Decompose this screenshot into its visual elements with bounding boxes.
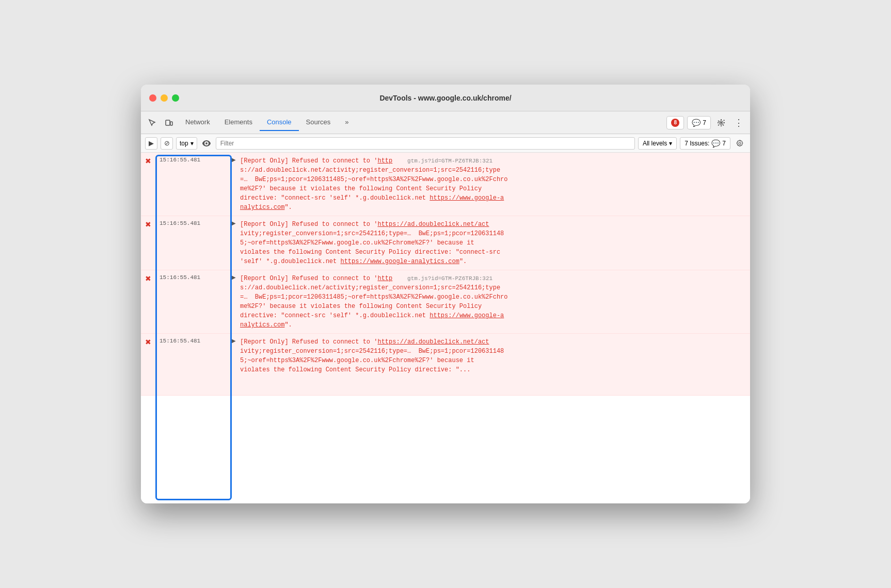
url-link-4a[interactable]: https://ad.doubleclick.net/act: [377, 338, 489, 346]
play-icon: ▶: [149, 139, 154, 147]
tab-elements[interactable]: Elements: [217, 114, 260, 131]
issues-button[interactable]: 7 Issues: 💬 7: [680, 137, 730, 150]
console-entry-2: ✖ 15:16:55.481 ▶ [Report Only] Refused t…: [141, 216, 750, 270]
context-selector[interactable]: top ▾: [176, 137, 197, 150]
timestamp-3: 15:16:55.481: [155, 272, 232, 283]
device-toggle-button[interactable]: [162, 116, 176, 130]
titlebar: DevTools - www.google.co.uk/chrome/: [141, 85, 750, 111]
url-link-3a[interactable]: http: [377, 275, 392, 282]
url-link-3c[interactable]: nalytics.com: [240, 321, 284, 329]
expand-arrow-2[interactable]: ▶: [232, 220, 236, 226]
source-ref-3: gtm.js?id=GTM-PZ6TRJB:321: [407, 275, 492, 282]
error-icon-col-2: ✖: [141, 218, 155, 228]
devtools-window: DevTools - www.google.co.uk/chrome/ Netw…: [141, 85, 750, 503]
console-settings-button[interactable]: [734, 137, 746, 150]
timestamp-1: 15:16:55.481: [155, 155, 232, 165]
tab-sources[interactable]: Sources: [299, 114, 338, 131]
tab-list: Network Elements Console Sources »: [178, 114, 664, 131]
error-icon-col-3: ✖: [141, 272, 155, 283]
filter-input[interactable]: [216, 137, 635, 150]
info-count: 7: [703, 119, 706, 126]
toolbar-right: 8 💬 7 ⋮: [666, 116, 746, 130]
timestamp-2: 15:16:55.481: [155, 218, 232, 228]
error-icon-col-1: ✖: [141, 155, 155, 165]
url-link-1c[interactable]: nalytics.com: [240, 204, 284, 211]
message-4: [Report Only] Refused to connect to 'htt…: [240, 336, 750, 376]
maximize-button[interactable]: [172, 94, 179, 102]
info-badge-button[interactable]: 💬 7: [687, 116, 711, 129]
tab-network[interactable]: Network: [178, 114, 217, 131]
expand-col-1: ▶: [232, 155, 240, 162]
stop-button[interactable]: ⊘: [161, 137, 173, 150]
close-button[interactable]: [149, 94, 156, 102]
dropdown-arrow-icon: ▾: [190, 140, 194, 147]
url-link-2a[interactable]: https://ad.doubleclick.net/act: [377, 221, 489, 228]
tab-bar: Network Elements Console Sources » 8 💬 7: [141, 111, 750, 134]
console-messages-area: ✖ 15:16:55.481 ▶ [Report Only] Refused t…: [141, 153, 750, 503]
error-count: 8: [671, 119, 679, 127]
error-icon-2: ✖: [145, 220, 151, 228]
eye-button[interactable]: [200, 137, 213, 150]
expand-col-3: ▶: [232, 272, 240, 280]
timestamp-4: 15:16:55.481: [155, 336, 232, 346]
svg-rect-0: [166, 120, 170, 125]
message-2: [Report Only] Refused to connect to 'htt…: [240, 218, 750, 268]
play-button[interactable]: ▶: [145, 137, 157, 150]
error-icon-3: ✖: [145, 274, 151, 283]
error-icon-4: ✖: [145, 338, 151, 346]
stop-icon: ⊘: [164, 139, 170, 147]
expand-arrow-3[interactable]: ▶: [232, 274, 236, 280]
levels-label: All levels: [643, 140, 667, 147]
console-entry-4: ✖ 15:16:55.481 ▶ [Report Only] Refused t…: [141, 334, 750, 396]
settings-button[interactable]: [714, 116, 728, 130]
url-link-3b[interactable]: https://www.google-a: [429, 312, 504, 319]
minimize-button[interactable]: [161, 94, 168, 102]
console-toolbar: ▶ ⊘ top ▾ All levels ▾ 7 Issues: 💬 7: [141, 134, 750, 153]
url-link-1a[interactable]: http: [377, 157, 392, 165]
window-title: DevTools - www.google.co.uk/chrome/: [379, 94, 511, 102]
svg-rect-1: [170, 122, 172, 125]
inspect-element-button[interactable]: [145, 116, 160, 130]
source-ref-1: gtm.js?id=GTM-PZ6TRJB:321: [407, 158, 492, 164]
log-levels-selector[interactable]: All levels ▾: [638, 137, 677, 150]
url-link-2b[interactable]: https://www.google-analytics.com: [340, 258, 459, 265]
issues-label: 7 Issues:: [685, 140, 709, 147]
context-label: top: [180, 140, 188, 147]
tab-more[interactable]: »: [338, 114, 356, 131]
more-icon: ⋮: [734, 117, 743, 128]
expand-col-2: ▶: [232, 218, 240, 226]
levels-arrow-icon: ▾: [669, 140, 672, 147]
expand-arrow-4[interactable]: ▶: [232, 338, 236, 344]
error-badge-button[interactable]: 8: [666, 116, 684, 129]
error-icon-col-4: ✖: [141, 336, 155, 346]
chat-icon: 💬: [692, 119, 701, 127]
console-entry-3: ✖ 15:16:55.481 ▶ [Report Only] Refused t…: [141, 270, 750, 334]
more-options-button[interactable]: ⋮: [731, 116, 746, 130]
error-icon-1: ✖: [145, 157, 151, 165]
message-3: [Report Only] Refused to connect to 'htt…: [240, 272, 750, 331]
issues-badge: 💬: [711, 139, 720, 148]
issues-count: 7: [722, 140, 726, 147]
url-link-1b[interactable]: https://www.google-a: [429, 194, 504, 202]
expand-col-4: ▶: [232, 336, 240, 344]
expand-arrow-1[interactable]: ▶: [232, 157, 236, 162]
message-1: [Report Only] Refused to connect to 'htt…: [240, 155, 750, 214]
console-entry-1: ✖ 15:16:55.481 ▶ [Report Only] Refused t…: [141, 153, 750, 216]
window-controls: [149, 94, 179, 102]
tab-console[interactable]: Console: [260, 114, 299, 131]
